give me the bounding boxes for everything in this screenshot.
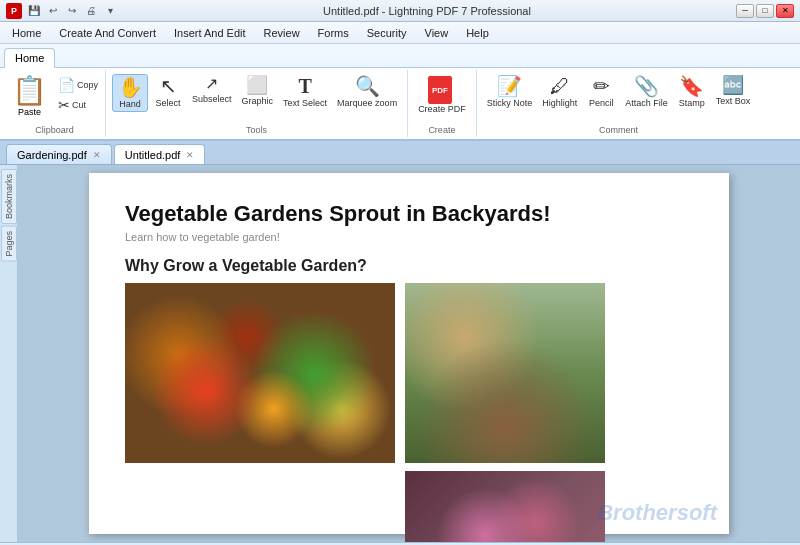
menu-bar: Home Create And Convert Insert And Edit …: [0, 22, 800, 44]
doc-tab-untitled-close[interactable]: ✕: [186, 150, 194, 160]
pdf-image-veggies: [125, 283, 395, 463]
menu-security[interactable]: Security: [359, 25, 415, 41]
dropdown-quick-btn[interactable]: ▾: [102, 3, 118, 19]
doc-tab-gardening-close[interactable]: ✕: [93, 150, 101, 160]
save-quick-btn[interactable]: 💾: [26, 3, 42, 19]
bookmarks-tab[interactable]: Bookmarks: [1, 169, 17, 224]
pencil-button[interactable]: ✏ Pencil: [583, 74, 619, 110]
text-select-tool-button[interactable]: T Text Select: [279, 74, 331, 110]
menu-forms[interactable]: Forms: [310, 25, 357, 41]
cut-label: Cut: [72, 100, 86, 110]
copy-button[interactable]: 📄 Copy: [55, 76, 101, 94]
graphic-tool-button[interactable]: ⬜ Graphic: [238, 74, 278, 108]
ribbon-tabs: Home: [0, 48, 800, 67]
marquee-zoom-button[interactable]: 🔍 Marquee zoom: [333, 74, 401, 110]
doc-tab-gardening[interactable]: Gardening.pdf ✕: [6, 144, 112, 164]
hand-icon: ✋: [118, 77, 143, 97]
create-pdf-icon: PDF: [428, 76, 456, 104]
pdf-right-images: [405, 283, 605, 542]
create-pdf-button[interactable]: PDF Create PDF: [414, 74, 470, 116]
menu-home[interactable]: Home: [4, 25, 49, 41]
pdf-page: Vegetable Gardens Sprout in Backyards! L…: [89, 173, 729, 534]
subselect-tool-button[interactable]: ↗ Subselect: [188, 74, 236, 106]
document-tabs: Gardening.pdf ✕ Untitled.pdf ✕: [0, 141, 800, 165]
menu-insert-edit[interactable]: Insert And Edit: [166, 25, 254, 41]
doc-tab-gardening-label: Gardening.pdf: [17, 149, 87, 161]
main-area: Bookmarks Pages Vegetable Gardens Sprout…: [0, 165, 800, 542]
menu-review[interactable]: Review: [256, 25, 308, 41]
close-button[interactable]: ✕: [776, 4, 794, 18]
pdf-section-title: Why Grow a Vegetable Garden?: [125, 257, 693, 275]
pdf-title: Vegetable Gardens Sprout in Backyards!: [125, 201, 693, 227]
pdf-image-onions: [405, 471, 605, 542]
text-select-icon: T: [298, 76, 311, 96]
brothersoft-watermark: Brothersoft: [597, 500, 717, 526]
menu-view[interactable]: View: [417, 25, 457, 41]
tools-items: ✋ Hand ↖ Select ↗ Subselect ⬜ Graphic T: [112, 72, 401, 123]
tools-group-label: Tools: [246, 123, 267, 135]
graphic-icon: ⬜: [246, 76, 268, 94]
garden-image: [405, 283, 605, 463]
quick-access-toolbar: 💾 ↩ ↪ 🖨 ▾: [26, 3, 118, 19]
minimize-button[interactable]: ─: [736, 4, 754, 18]
attach-file-button[interactable]: 📎 Attach File: [621, 74, 672, 110]
paste-icon: 📋: [12, 74, 47, 107]
ribbon-group-comment: 📝 Sticky Note 🖊 Highlight ✏ Pencil 📎 Att…: [477, 70, 761, 137]
cut-button[interactable]: ✂ Cut: [55, 96, 101, 114]
pdf-image-garden: [405, 283, 605, 463]
onions-image: [405, 471, 605, 542]
highlight-icon: 🖊: [550, 76, 570, 96]
copy-icon: 📄: [58, 77, 75, 93]
pencil-icon: ✏: [593, 76, 610, 96]
text-box-button[interactable]: 🔤 Text Box: [712, 74, 755, 108]
menu-create-convert[interactable]: Create And Convert: [51, 25, 164, 41]
maximize-button[interactable]: □: [756, 4, 774, 18]
stamp-button[interactable]: 🔖 Stamp: [674, 74, 710, 110]
stamp-icon: 🔖: [679, 76, 704, 96]
sticky-note-button[interactable]: 📝 Sticky Note: [483, 74, 537, 110]
undo-quick-btn[interactable]: ↩: [45, 3, 61, 19]
doc-tab-untitled-label: Untitled.pdf: [125, 149, 181, 161]
highlight-button[interactable]: 🖊 Highlight: [538, 74, 581, 110]
paste-label: Paste: [18, 107, 41, 117]
copy-label: Copy: [77, 80, 98, 90]
create-group-label: Create: [428, 123, 455, 135]
tab-home[interactable]: Home: [4, 48, 55, 68]
print-quick-btn[interactable]: 🖨: [83, 3, 99, 19]
select-icon: ↖: [160, 76, 177, 96]
ribbon-group-tools: ✋ Hand ↖ Select ↗ Subselect ⬜ Graphic T: [106, 70, 408, 137]
menu-help[interactable]: Help: [458, 25, 497, 41]
ribbon-content: 📋 Paste 📄 Copy ✂ Cut Clipboard: [0, 67, 800, 139]
title-text: Untitled.pdf - Lightning PDF 7 Professio…: [118, 5, 736, 17]
cut-icon: ✂: [58, 97, 70, 113]
ribbon: Home 📋 Paste 📄 Copy ✂ Cut: [0, 44, 800, 141]
marquee-zoom-icon: 🔍: [355, 76, 380, 96]
document-view[interactable]: Vegetable Gardens Sprout in Backyards! L…: [18, 165, 800, 542]
pages-tab[interactable]: Pages: [1, 226, 17, 262]
window-controls: ─ □ ✕: [736, 4, 794, 18]
comment-group-label: Comment: [599, 123, 638, 135]
sticky-note-icon: 📝: [497, 76, 522, 96]
doc-tab-untitled[interactable]: Untitled.pdf ✕: [114, 144, 206, 164]
comment-items: 📝 Sticky Note 🖊 Highlight ✏ Pencil 📎 Att…: [483, 72, 755, 123]
side-panel: Bookmarks Pages: [0, 165, 18, 542]
attach-file-icon: 📎: [634, 76, 659, 96]
title-bar: P 💾 ↩ ↪ 🖨 ▾ Untitled.pdf - Lightning PDF…: [0, 0, 800, 22]
subselect-icon: ↗: [205, 76, 218, 92]
clipboard-group-label: Clipboard: [8, 123, 101, 135]
create-items: PDF Create PDF: [414, 72, 470, 123]
ribbon-group-clipboard: 📋 Paste 📄 Copy ✂ Cut Clipboard: [4, 70, 106, 137]
pdf-subtitle: Learn how to vegetable garden!: [125, 231, 693, 243]
ribbon-group-create: PDF Create PDF Create: [408, 70, 477, 137]
title-bar-left: P 💾 ↩ ↪ 🖨 ▾: [6, 3, 118, 19]
cut-copy-group: 📄 Copy ✂ Cut: [55, 76, 101, 114]
redo-quick-btn[interactable]: ↪: [64, 3, 80, 19]
text-box-icon: 🔤: [722, 76, 744, 94]
select-tool-button[interactable]: ↖ Select: [150, 74, 186, 110]
app-icon: P: [6, 3, 22, 19]
hand-tool-button[interactable]: ✋ Hand: [112, 74, 148, 112]
paste-button[interactable]: 📋 Paste: [8, 72, 51, 119]
